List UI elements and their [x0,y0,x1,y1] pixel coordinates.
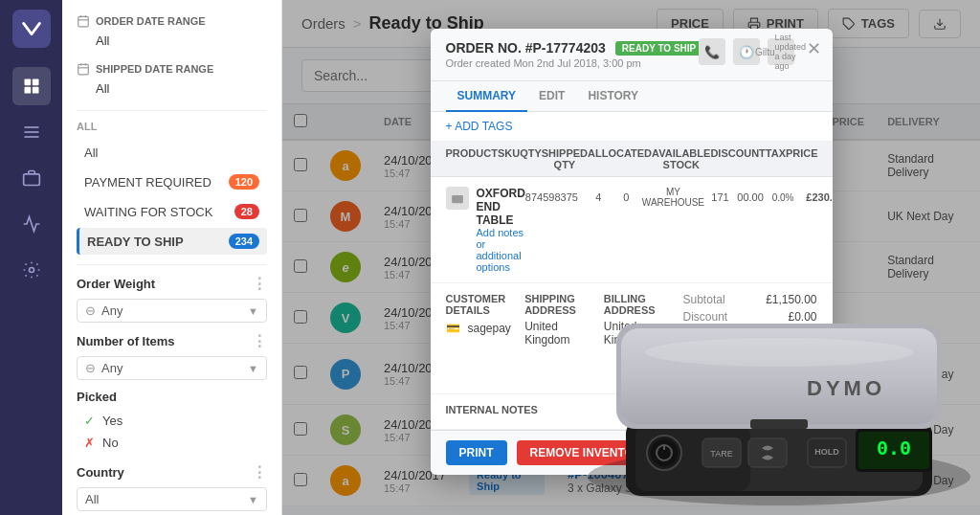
svg-point-8 [29,268,33,273]
cross-icon: ✗ [84,436,95,450]
filter-waiting-for-stock[interactable]: WAITING FOR STOCK 28 [77,198,267,225]
product-section-header: PRODUCT SKU QTY SHIPPED QTY ALLOCATED AV… [431,142,833,177]
tax-col-header: TAX [766,147,786,170]
billing-title: BILLING ADDRESS [604,293,674,316]
svg-rect-2 [24,87,31,94]
payment-row: 💳 sagepay [446,322,516,335]
svg-rect-7 [23,174,39,186]
product-icon [446,187,469,210]
product-col-header: PRODUCT [446,147,498,170]
qty-col-header: QTY [520,147,542,170]
number-of-items-select[interactable]: ⊖ Any ▼ [77,356,267,380]
order-date-range-value[interactable]: All [77,34,267,48]
shipped-col-header: SHIPPED QTY [542,147,588,170]
tab-history[interactable]: HISTORY [576,81,650,112]
product-info: OXFORD END TABLE Add notes or additional… [477,187,525,273]
sidebar-item-settings[interactable] [12,251,51,289]
payment-required-badge: 120 [229,174,259,190]
payment-icon: 💳 [446,322,460,335]
order-total-value: £1,150.00 [766,367,816,380]
discount-value: £0.00 [788,310,816,324]
billing-address-col: BILLING ADDRESS United Kingdom [604,293,674,384]
product-available-stock: 171 [708,191,732,203]
filter-payment-required[interactable]: PAYMENT REQUIRED 120 [77,168,267,195]
all-group-label: ALL [77,121,267,132]
product-name: OXFORD END TABLE [477,187,525,227]
modal-phone-icon[interactable]: 📞 [699,38,725,65]
svg-rect-3 [32,87,38,94]
stock-col-header: AVAILABLE STOCK [652,147,710,170]
order-modal: ORDER NO. #P-17774203 READY TO SHIP Orde… [431,29,833,475]
order-weight-title: Order Weight ⋮ [77,275,267,293]
svg-rect-9 [78,16,89,26]
country-title: Country ⋮ [77,463,267,481]
modal-print-button[interactable]: PRINT [446,440,507,465]
sidebar-item-inventory[interactable] [12,159,51,197]
product-discount: 00.00 [736,191,765,203]
product-shipped-qty: 0 [614,191,638,203]
modal-body: + ADD TAGS PRODUCT SKU QTY SHIPPED QTY A… [431,112,833,430]
product-qty: 4 [587,191,611,203]
filter-panel: ORDER DATE RANGE All SHIPPED DATE RANGE … [62,0,282,515]
modal-top-icons: 📞 🕐 GiltuLast updated a day ago [699,38,794,65]
sidebar [0,0,62,515]
picked-title: Picked [77,390,267,404]
app-logo[interactable] [12,10,51,48]
shipping-cost-row: Shipping cost £0.00 [683,327,817,341]
product-icon-col [446,187,469,210]
sidebar-item-orders[interactable] [12,113,51,151]
modal-header: ORDER NO. #P-17774203 READY TO SHIP Orde… [431,29,833,81]
ready-to-ship-badge: 234 [229,234,259,249]
sidebar-item-dashboard[interactable] [12,67,51,105]
add-tags-link[interactable]: + ADD TAGS [431,112,833,142]
customer-section: CUSTOMER DETAILS 💳 sagepay SHIPPING ADDR… [431,283,833,394]
sidebar-item-reports[interactable] [12,205,51,243]
order-date-range-section: ORDER DATE RANGE All [77,14,267,48]
picked-no-option[interactable]: ✗ No [77,432,267,454]
svg-rect-0 [24,79,31,86]
filter-ready-to-ship[interactable]: READY TO SHIP 234 [77,228,267,255]
waiting-for-stock-badge: 28 [234,204,259,219]
svg-rect-1 [32,79,38,86]
product-discount-pct: 0.0% [768,192,797,203]
product-sku: 874598375 [525,191,583,203]
modal-tabs: SUMMARY EDIT HISTORY [431,81,833,112]
filter-all[interactable]: All [77,140,267,166]
modal-footer: PRINT REMOVE INVENTORY [431,430,833,475]
order-weight-arrow: ▼ [248,305,258,317]
shipping-address-col: SHIPPING ADDRESS United Kingdom [524,293,594,384]
order-date-range-label: ORDER DATE RANGE [77,14,267,28]
picked-yes-option[interactable]: ✓ Yes [77,410,267,432]
product-row: OXFORD END TABLE Add notes or additional… [431,177,833,283]
modal-close-button[interactable]: ✕ [807,38,821,59]
number-of-items-title: Number of Items ⋮ [77,332,267,350]
shipped-date-range-label: SHIPPED DATE RANGE [77,62,267,76]
modal-overlay[interactable]: ORDER NO. #P-17774203 READY TO SHIP Orde… [282,0,980,515]
check-icon: ✓ [84,414,95,428]
modal-status-badge: READY TO SHIP [615,41,702,56]
totals-col: Subtotal £1,150.00 Discount £0.00 Shippi… [683,293,817,384]
customer-details-col: CUSTOMER DETAILS 💳 sagepay [446,293,516,384]
tab-summary[interactable]: SUMMARY [446,81,528,112]
modal-info-icon[interactable]: GiltuLast updated a day ago [768,38,794,65]
filter-divider-2 [77,264,267,265]
shipped-date-range-value[interactable]: All [77,81,267,96]
country-select[interactable]: All ▼ [77,487,267,511]
subtotal-row: Subtotal £1,150.00 [683,293,817,306]
allocated-col-header: ALLOCATED [588,147,652,170]
product-warehouse: MY WAREHOUSE [642,187,704,208]
shipping-title: SHIPPING ADDRESS [524,293,594,316]
modal-remove-inventory-button[interactable]: REMOVE INVENTORY [517,440,663,465]
order-total-row: Order total £1,150.00 [683,362,817,380]
svg-rect-13 [78,64,89,75]
order-weight-select[interactable]: ⊖ Any ▼ [77,299,267,323]
product-note[interactable]: Add notes or additional options [477,227,525,273]
tab-edit[interactable]: EDIT [527,81,576,112]
total-tax-row: Total tax £0.00 [683,345,817,358]
discount-col-header: DISCOUNT [710,147,765,170]
price-col-header: PRICE [786,147,818,170]
product-price: £230.00 [801,191,832,203]
shipped-date-range-section: SHIPPED DATE RANGE All [77,62,267,96]
subtotal-value: £1,150.00 [766,293,816,306]
customer-details-title: CUSTOMER DETAILS [446,293,516,316]
